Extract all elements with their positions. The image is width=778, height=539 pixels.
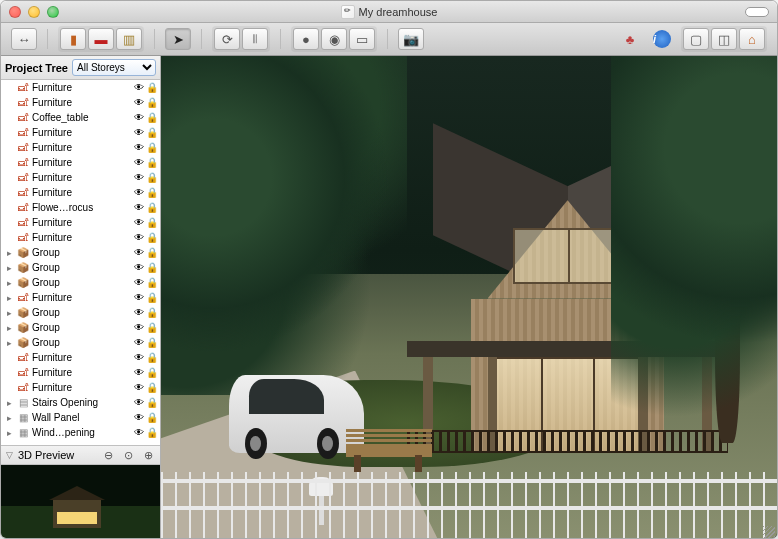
visibility-icon[interactable]: 👁 [133, 217, 145, 229]
lock-icon[interactable]: 🔒 [146, 112, 158, 124]
lock-icon[interactable]: 🔒 [146, 142, 158, 154]
visibility-icon[interactable]: 👁 [133, 307, 145, 319]
visibility-icon[interactable]: 👁 [133, 367, 145, 379]
disclosure-icon[interactable]: ▸ [5, 413, 14, 423]
lock-icon[interactable]: 🔒 [146, 82, 158, 94]
tree-item[interactable]: ▸▤Stairs Opening👁🔒 [1, 395, 160, 410]
lock-icon[interactable]: 🔒 [146, 412, 158, 424]
lock-icon[interactable]: 🔒 [146, 247, 158, 259]
library-button[interactable]: ▮ [60, 28, 86, 50]
visibility-icon[interactable]: 👁 [133, 277, 145, 289]
tree-item[interactable]: ▸📦Group👁🔒 [1, 275, 160, 290]
tree-item[interactable]: ▸📦Group👁🔒 [1, 320, 160, 335]
layout-split-button[interactable]: ◫ [711, 28, 737, 50]
furniture-button[interactable]: ▬ [88, 28, 114, 50]
disclosure-icon[interactable]: ▸ [5, 323, 14, 333]
lock-icon[interactable]: 🔒 [146, 397, 158, 409]
3d-viewport[interactable] [161, 56, 777, 539]
visibility-icon[interactable]: 👁 [133, 337, 145, 349]
tree-item[interactable]: 🛋Furniture👁🔒 [1, 155, 160, 170]
zoom-out-button[interactable]: ⊖ [100, 448, 116, 462]
visibility-icon[interactable]: 👁 [133, 172, 145, 184]
disclosure-icon[interactable]: ▸ [5, 248, 14, 258]
zoom-fit-button[interactable]: ⊙ [120, 448, 136, 462]
zoom-window-button[interactable] [47, 6, 59, 18]
visibility-icon[interactable]: 👁 [133, 262, 145, 274]
disclosure-icon[interactable]: ▸ [5, 398, 14, 408]
toolbar-toggle-pill[interactable] [745, 7, 769, 17]
visibility-icon[interactable]: 👁 [133, 157, 145, 169]
preview-thumbnail[interactable] [1, 465, 160, 539]
record-button[interactable]: ● [293, 28, 319, 50]
visibility-icon[interactable]: 👁 [133, 232, 145, 244]
tree-item[interactable]: 🛋Furniture👁🔒 [1, 125, 160, 140]
visibility-icon[interactable]: 👁 [133, 352, 145, 364]
lock-icon[interactable]: 🔒 [146, 382, 158, 394]
info-button[interactable]: i [649, 28, 675, 50]
share-button[interactable]: ♣ [617, 28, 643, 50]
lock-icon[interactable]: 🔒 [146, 202, 158, 214]
lock-icon[interactable]: 🔒 [146, 172, 158, 184]
visibility-icon[interactable]: 👁 [133, 127, 145, 139]
layout-3d-button[interactable]: ⌂ [739, 28, 765, 50]
visibility-icon[interactable]: 👁 [133, 97, 145, 109]
tree-item[interactable]: ▸📦Group👁🔒 [1, 335, 160, 350]
visibility-icon[interactable]: 👁 [133, 247, 145, 259]
lock-icon[interactable]: 🔒 [146, 352, 158, 364]
snapshot-button[interactable]: 📷 [398, 28, 424, 50]
lock-icon[interactable]: 🔒 [146, 307, 158, 319]
resize-handle[interactable] [763, 526, 775, 538]
tree-item[interactable]: ▸▦Wall Panel👁🔒 [1, 410, 160, 425]
preview-eye-button[interactable]: ◉ [321, 28, 347, 50]
tree-item[interactable]: 🛋Furniture👁🔒 [1, 95, 160, 110]
lock-icon[interactable]: 🔒 [146, 337, 158, 349]
tree-item[interactable]: 🛋Furniture👁🔒 [1, 185, 160, 200]
camera-path-button[interactable]: ▭ [349, 28, 375, 50]
disclosure-icon[interactable]: ▸ [5, 278, 14, 288]
lock-icon[interactable]: 🔒 [146, 217, 158, 229]
lock-icon[interactable]: 🔒 [146, 262, 158, 274]
visibility-icon[interactable]: 👁 [133, 187, 145, 199]
lock-icon[interactable]: 🔒 [146, 187, 158, 199]
zoom-in-button[interactable]: ⊕ [140, 448, 156, 462]
lock-icon[interactable]: 🔒 [146, 232, 158, 244]
tree-item[interactable]: 🛋Furniture👁🔒 [1, 140, 160, 155]
disclosure-icon[interactable]: ▸ [5, 263, 14, 273]
lock-icon[interactable]: 🔒 [146, 157, 158, 169]
disclosure-icon[interactable]: ▸ [5, 428, 14, 438]
tree-item[interactable]: 🛋Furniture👁🔒 [1, 380, 160, 395]
lock-icon[interactable]: 🔒 [146, 427, 158, 439]
tree-item[interactable]: 🛋Coffee_table👁🔒 [1, 110, 160, 125]
distribute-button[interactable]: ⫴ [242, 28, 268, 50]
visibility-icon[interactable]: 👁 [133, 292, 145, 304]
visibility-icon[interactable]: 👁 [133, 412, 145, 424]
visibility-icon[interactable]: 👁 [133, 82, 145, 94]
tree-item[interactable]: 🛋Furniture👁🔒 [1, 350, 160, 365]
preview-disclosure-icon[interactable]: ▽ [5, 450, 14, 460]
minimize-window-button[interactable] [28, 6, 40, 18]
tree-item[interactable]: 🛋Furniture👁🔒 [1, 170, 160, 185]
visibility-icon[interactable]: 👁 [133, 112, 145, 124]
visibility-icon[interactable]: 👁 [133, 427, 145, 439]
disclosure-icon[interactable]: ▸ [5, 308, 14, 318]
project-tree[interactable]: 🛋Furniture👁🔒🛋Furniture👁🔒🛋Coffee_table👁🔒🛋… [1, 80, 160, 445]
select-tool-button[interactable]: ➤ [165, 28, 191, 50]
tree-item[interactable]: 🛋Furniture👁🔒 [1, 230, 160, 245]
tree-item[interactable]: ▸📦Group👁🔒 [1, 260, 160, 275]
lock-icon[interactable]: 🔒 [146, 277, 158, 289]
lock-icon[interactable]: 🔒 [146, 322, 158, 334]
tree-item[interactable]: 🛋Flowe…rocus👁🔒 [1, 200, 160, 215]
back-forward-button[interactable]: ↔ [11, 28, 37, 50]
tree-item[interactable]: ▸▦Wind…pening👁🔒 [1, 425, 160, 440]
rotate-button[interactable]: ⟳ [214, 28, 240, 50]
visibility-icon[interactable]: 👁 [133, 382, 145, 394]
visibility-icon[interactable]: 👁 [133, 202, 145, 214]
lock-icon[interactable]: 🔒 [146, 97, 158, 109]
storey-selector[interactable]: All Storeys [72, 59, 156, 76]
tree-item[interactable]: 🛋Furniture👁🔒 [1, 215, 160, 230]
visibility-icon[interactable]: 👁 [133, 142, 145, 154]
materials-button[interactable]: ▥ [116, 28, 142, 50]
tree-item[interactable]: 🛋Furniture👁🔒 [1, 80, 160, 95]
tree-item[interactable]: ▸🛋Furniture👁🔒 [1, 290, 160, 305]
visibility-icon[interactable]: 👁 [133, 322, 145, 334]
